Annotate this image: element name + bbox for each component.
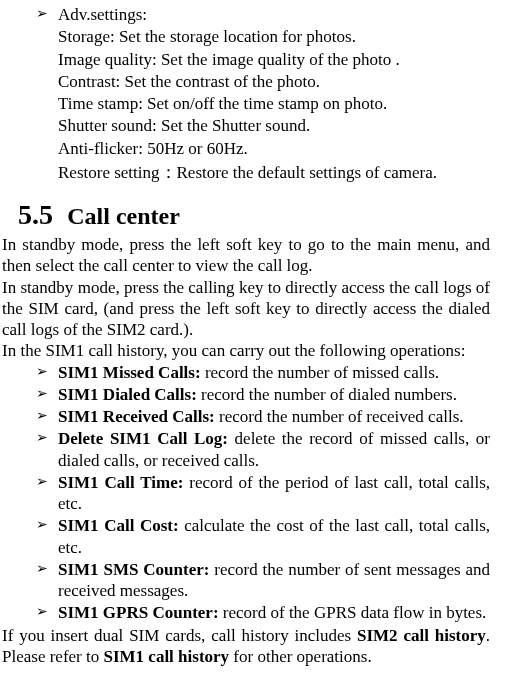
- op-sms-counter: ➢ SIM1 SMS Counter: record the number of…: [58, 559, 498, 602]
- op-gprs-text: record of the GPRS data flow in bytes.: [223, 603, 486, 622]
- arrow-icon: ➢: [36, 603, 48, 621]
- adv-shutter: Shutter sound: Set the Shutter sound.: [58, 115, 498, 136]
- footer-b1: SIM2 call history: [357, 626, 486, 645]
- arrow-icon: ➢: [36, 560, 48, 578]
- section-heading: 5.5 Call center: [0, 197, 498, 232]
- footer-pre: If you insert dual SIM cards, call histo…: [2, 626, 357, 645]
- op-received-calls: ➢ SIM1 Received Calls: record the number…: [58, 406, 498, 427]
- para-1: In standby mode, press the left soft key…: [0, 234, 498, 277]
- para-2: In standby mode, press the calling key t…: [0, 277, 498, 341]
- adv-settings-items: Storage: Set the storage location for ph…: [0, 26, 498, 183]
- op-sms-bold: SIM1 SMS Counter:: [58, 560, 214, 579]
- arrow-icon: ➢: [36, 516, 48, 534]
- para-3: In the SIM1 call history, you can carry …: [0, 340, 498, 361]
- op-missed-text: record the number of missed calls.: [205, 363, 439, 382]
- footer-b2: SIM1 call history: [103, 647, 229, 666]
- arrow-icon: ➢: [36, 363, 48, 381]
- op-gprs-counter: ➢ SIM1 GPRS Counter: record of the GPRS …: [58, 602, 498, 623]
- section-number: 5.5: [18, 199, 53, 230]
- arrow-icon: ➢: [36, 429, 48, 447]
- arrow-icon: ➢: [36, 473, 48, 491]
- adv-settings-block: ➢ Adv.settings:: [0, 4, 498, 25]
- footer-post: for other operations.: [229, 647, 372, 666]
- op-delete-bold: Delete SIM1 Call Log:: [58, 429, 235, 448]
- arrow-icon: ➢: [36, 385, 48, 403]
- adv-contrast: Contrast: Set the contrast of the photo.: [58, 71, 498, 92]
- section-title: Call center: [67, 203, 180, 229]
- op-time-bold: SIM1 Call Time:: [58, 473, 189, 492]
- op-call-cost: ➢ SIM1 Call Cost: calculate the cost of …: [58, 515, 498, 558]
- arrow-icon: ➢: [36, 5, 48, 23]
- adv-image-quality: Image quality: Set the image quality of …: [58, 49, 498, 70]
- adv-anti-flicker: Anti-flicker: 50Hz or 60Hz.: [58, 138, 498, 159]
- op-missed-bold: SIM1 Missed Calls:: [58, 363, 205, 382]
- op-dialed-bold: SIM1 Dialed Calls:: [58, 385, 201, 404]
- op-dialed-calls: ➢ SIM1 Dialed Calls: record the number o…: [58, 384, 498, 405]
- arrow-icon: ➢: [36, 407, 48, 425]
- adv-storage: Storage: Set the storage location for ph…: [58, 26, 498, 47]
- op-delete-log: ➢ Delete SIM1 Call Log: delete the recor…: [58, 428, 498, 471]
- op-missed-calls: ➢ SIM1 Missed Calls: record the number o…: [58, 362, 498, 383]
- adv-settings-heading-row: ➢ Adv.settings:: [58, 4, 498, 25]
- footer-para: If you insert dual SIM cards, call histo…: [0, 625, 498, 668]
- op-received-text: record the number of received calls.: [219, 407, 464, 426]
- op-cost-bold: SIM1 Call Cost:: [58, 516, 184, 535]
- adv-time-stamp: Time stamp: Set on/off the time stamp on…: [58, 93, 498, 114]
- op-gprs-bold: SIM1 GPRS Counter:: [58, 603, 223, 622]
- op-call-time: ➢ SIM1 Call Time: record of the period o…: [58, 472, 498, 515]
- op-dialed-text: record the number of dialed numbers.: [201, 385, 457, 404]
- operations-list: ➢ SIM1 Missed Calls: record the number o…: [0, 362, 498, 624]
- document-page: ➢ Adv.settings: Storage: Set the storage…: [0, 0, 506, 677]
- adv-restore: Restore setting：Restore the default sett…: [58, 162, 498, 183]
- op-received-bold: SIM1 Received Calls:: [58, 407, 219, 426]
- adv-settings-heading: Adv.settings:: [58, 5, 147, 24]
